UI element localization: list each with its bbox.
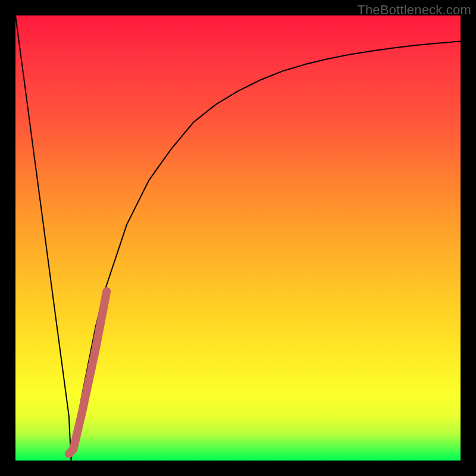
plot-area xyxy=(15,15,461,461)
curve-svg xyxy=(15,15,461,461)
chart-frame: TheBottleneck.com xyxy=(0,0,476,476)
highlight-segment xyxy=(69,292,107,454)
